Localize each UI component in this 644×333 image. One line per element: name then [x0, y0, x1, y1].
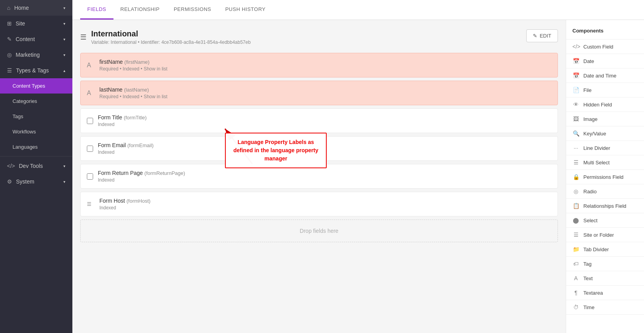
component-label: Date and Time: [583, 73, 617, 79]
tab-fields[interactable]: FIELDS: [80, 0, 113, 20]
image-icon: 🖼: [572, 116, 579, 122]
textarea-icon: ¶: [572, 290, 579, 296]
field-name: firstName (firstName): [99, 59, 532, 65]
component-text[interactable]: A Text: [566, 271, 644, 286]
component-textarea[interactable]: ¶ Textarea: [566, 286, 644, 300]
delete-icon[interactable]: 🗑: [537, 62, 543, 68]
date-time-icon: 📅: [572, 72, 579, 79]
sidebar-item-label: Content: [16, 36, 35, 42]
variable-label: Variable: International: [91, 40, 137, 45]
sidebar-item-types-tags[interactable]: ☰ Types & Tags ▴: [0, 63, 72, 78]
components-title: Components: [566, 24, 644, 40]
component-label: Text: [583, 275, 593, 281]
component-time[interactable]: ⏱ Time: [566, 300, 644, 315]
sidebar-item-system[interactable]: ⚙ System ▾: [0, 174, 72, 189]
sidebar-item-dev-tools[interactable]: </> Dev Tools ▾: [0, 158, 72, 174]
component-hidden-field[interactable]: 👁 Hidden Field: [566, 97, 644, 112]
sidebar-item-languages[interactable]: Languages: [0, 139, 72, 155]
edit-label: EDIT: [540, 33, 551, 39]
field-info: firstName (firstName) Required • Indexed…: [99, 59, 532, 72]
time-icon: ⏱: [572, 304, 579, 310]
tab-push-history[interactable]: PUSH HISTORY: [218, 0, 273, 20]
field-meta: Required • Indexed • Show in list: [99, 94, 532, 99]
edit-button[interactable]: ✎ EDIT: [526, 29, 558, 42]
component-label: Tab Divider: [583, 247, 609, 252]
sidebar-item-tags[interactable]: Tags: [0, 109, 72, 124]
component-radio[interactable]: ◎ Radio: [566, 184, 644, 199]
component-relationships-field[interactable]: 📋 Relationships Field: [566, 199, 644, 213]
edit-row-icon[interactable]: ✎: [547, 62, 551, 68]
sidebar-item-categories[interactable]: Categories: [0, 94, 72, 109]
sidebar-item-workflows[interactable]: Workflows: [0, 124, 72, 139]
component-image[interactable]: 🖼 Image: [566, 112, 644, 126]
chevron-icon: ▾: [63, 37, 65, 41]
component-tag[interactable]: 🏷 Tag: [566, 257, 644, 271]
sidebar-item-marketing[interactable]: ◎ Marketing ▾: [0, 47, 72, 63]
identifier-label: Identifier: 4ce7b608-ac8a-4e31-854a-4edb…: [141, 40, 251, 45]
component-label: Time: [583, 304, 594, 310]
field-name: Form Title (formTitle): [98, 114, 542, 121]
sidebar-item-label: Languages: [13, 144, 38, 150]
line-divider-icon: ···: [572, 145, 579, 151]
component-label: Radio: [583, 189, 597, 194]
field-type-icon: A: [87, 90, 95, 97]
sidebar-item-content-types[interactable]: Content Types: [0, 78, 72, 94]
field-checkbox[interactable]: [87, 118, 93, 124]
edit-row-icon[interactable]: ✎: [547, 118, 551, 124]
component-permissions-field[interactable]: 🔒 Permissions Field: [566, 170, 644, 184]
field-header: ☰ International Variable: International …: [80, 29, 558, 45]
component-site-or-folder[interactable]: ☰ Site or Folder: [566, 228, 644, 242]
tab-relationship[interactable]: RELATIONSHIP: [113, 0, 167, 20]
sidebar-item-content[interactable]: ✎ Content ▾: [0, 31, 72, 47]
sidebar-item-home[interactable]: ⌂ Home ▾: [0, 0, 72, 16]
sidebar: ⌂ Home ▾ ⊞ Site ▾ ✎ Content ▾ ◎ Marketin…: [0, 0, 72, 333]
component-tab-divider[interactable]: 📁 Tab Divider: [566, 242, 644, 257]
component-label: Permissions Field: [583, 174, 624, 180]
field-info: Form Title (formTitle) Indexed: [98, 114, 542, 127]
component-label: Site or Folder: [583, 232, 614, 238]
sidebar-item-site[interactable]: ⊞ Site ▾: [0, 16, 72, 31]
edit-row-icon[interactable]: ✎: [547, 146, 551, 152]
table-row: A lastName (lastName) Required • Indexed…: [80, 81, 558, 105]
field-checkbox[interactable]: [87, 173, 93, 180]
delete-icon[interactable]: 🗑: [537, 90, 543, 96]
field-variable: (formEmail): [127, 142, 153, 148]
field-checkbox[interactable]: [87, 146, 93, 152]
component-custom-field[interactable]: </> Custom Field: [566, 40, 644, 54]
drop-area[interactable]: Drop fields here: [80, 220, 558, 242]
field-meta: Indexed: [98, 177, 542, 183]
component-label: Image: [583, 116, 597, 122]
chevron-icon: ▾: [63, 6, 65, 10]
component-select[interactable]: ⬤ Select: [566, 213, 644, 228]
component-key-value[interactable]: 🔍 Key/Value: [566, 126, 644, 141]
chevron-icon: ▾: [63, 180, 65, 184]
field-info: Form Host (formHost) Indexed: [99, 198, 542, 211]
component-date-and-time[interactable]: 📅 Date and Time: [566, 68, 644, 83]
tab-divider-icon: 📁: [572, 246, 579, 252]
component-file[interactable]: 📄 File: [566, 83, 644, 97]
field-variable: (firstName): [124, 59, 149, 65]
tab-permissions[interactable]: PERMISSIONS: [167, 0, 218, 20]
component-label: Select: [583, 218, 597, 223]
multi-select-icon: ☰: [572, 159, 579, 166]
edit-row-icon[interactable]: ✎: [547, 201, 551, 207]
sidebar-item-label: Site: [16, 20, 25, 27]
field-variable: (formTitle): [124, 115, 147, 121]
component-line-divider[interactable]: ··· Line Divider: [566, 141, 644, 155]
edit-row-icon[interactable]: ✎: [547, 90, 551, 96]
field-name: Form Return Page (formReturnPage): [98, 170, 542, 176]
chevron-icon: ▾: [63, 22, 65, 26]
types-tags-icon: ☰: [7, 67, 12, 74]
field-variable: (formReturnPage): [144, 170, 185, 176]
edit-row-icon[interactable]: ✎: [547, 173, 551, 180]
component-label: Key/Value: [583, 131, 606, 137]
sidebar-item-label: Dev Tools: [19, 163, 43, 169]
system-icon: ⚙: [7, 178, 12, 185]
component-multi-select[interactable]: ☰ Multi Select: [566, 155, 644, 170]
field-title: International: [91, 29, 251, 38]
component-date[interactable]: 📅 Date: [566, 54, 644, 68]
key-value-icon: 🔍: [572, 130, 579, 137]
drop-area-label: Drop fields here: [300, 228, 338, 234]
component-label: Multi Select: [583, 160, 610, 166]
annotation-container: A firstName (firstName) Required • Index…: [80, 53, 558, 242]
